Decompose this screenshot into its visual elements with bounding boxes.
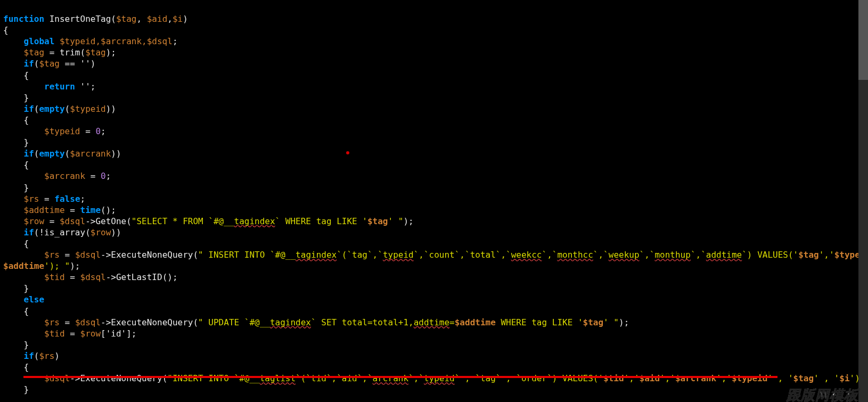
vertical-scrollbar[interactable] bbox=[858, 0, 868, 402]
kw-function: function bbox=[3, 14, 44, 24]
red-dot-marker bbox=[346, 151, 349, 154]
watermark-text: 跟版网模板 bbox=[787, 390, 858, 401]
red-underline-annotation bbox=[23, 376, 777, 378]
code-block: function InsertOneTag($tag, $aid,$i) { g… bbox=[0, 0, 868, 395]
scrollbar-thumb[interactable] bbox=[858, 0, 868, 80]
